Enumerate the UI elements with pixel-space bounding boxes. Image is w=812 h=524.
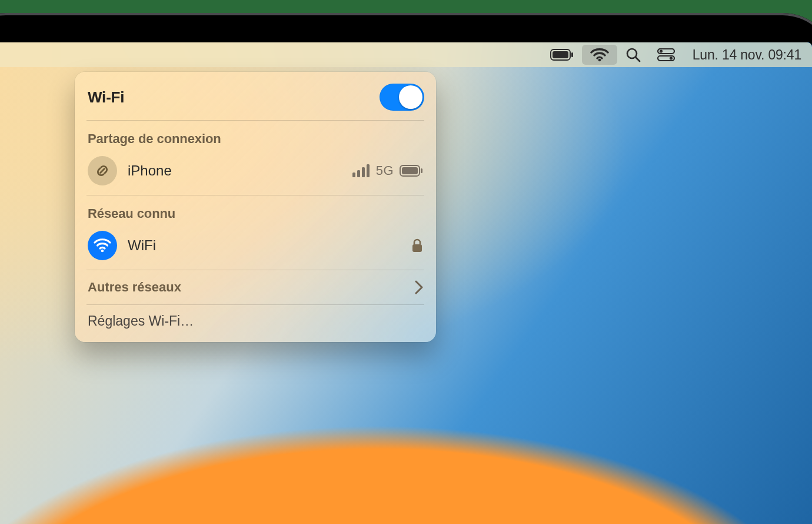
search-icon xyxy=(625,47,641,62)
control-center-icon xyxy=(657,48,675,61)
known-network-section-label: Réseau connu xyxy=(75,195,436,226)
wifi-settings-row[interactable]: Réglages Wi-Fi… xyxy=(75,305,436,337)
hotspot-meta: 5G xyxy=(352,163,423,178)
hotspot-row[interactable]: iPhone 5G xyxy=(75,151,436,195)
screen: Lun. 14 nov. 09:41 Wi-Fi Partage de conn… xyxy=(0,42,812,524)
wifi-settings-label: Réglages Wi-Fi… xyxy=(88,313,194,329)
svg-rect-18 xyxy=(412,244,422,252)
cellular-signal-icon xyxy=(352,164,370,177)
known-network-name: WiFi xyxy=(128,237,401,254)
control-center-menubar-item[interactable] xyxy=(649,42,683,67)
svg-rect-13 xyxy=(367,164,370,177)
svg-rect-11 xyxy=(357,170,360,177)
known-network-row[interactable]: WiFi xyxy=(75,226,436,270)
cellular-mode: 5G xyxy=(376,163,394,178)
menubar: Lun. 14 nov. 09:41 xyxy=(0,42,812,67)
wifi-connected-icon xyxy=(88,231,117,260)
battery-menubar-item[interactable] xyxy=(542,42,582,67)
wifi-icon xyxy=(590,48,609,62)
toggle-knob xyxy=(399,85,422,109)
chevron-right-icon xyxy=(415,280,423,294)
laptop-frame: Lun. 14 nov. 09:41 Wi-Fi Partage de conn… xyxy=(0,13,812,524)
wifi-popover: Wi-Fi Partage de connexion iPhone xyxy=(75,72,436,342)
menubar-clock[interactable]: Lun. 14 nov. 09:41 xyxy=(683,47,801,63)
svg-rect-1 xyxy=(553,51,568,58)
wifi-title: Wi-Fi xyxy=(88,88,124,107)
svg-rect-12 xyxy=(362,167,365,177)
other-networks-label: Autres réseaux xyxy=(88,280,181,295)
wifi-toggle[interactable] xyxy=(380,84,424,111)
hotspot-link-icon xyxy=(88,156,117,185)
svg-point-17 xyxy=(101,250,104,253)
hotspot-name: iPhone xyxy=(128,162,342,179)
svg-point-3 xyxy=(598,59,601,62)
svg-rect-16 xyxy=(421,168,422,173)
battery-icon xyxy=(550,49,574,61)
svg-point-9 xyxy=(670,57,673,59)
svg-line-5 xyxy=(635,57,640,61)
hotspot-section-label: Partage de connexion xyxy=(75,121,436,151)
svg-rect-15 xyxy=(402,167,418,174)
lock-icon xyxy=(411,238,423,253)
other-networks-row[interactable]: Autres réseaux xyxy=(75,270,436,304)
spotlight-menubar-item[interactable] xyxy=(617,42,649,67)
wifi-menubar-item[interactable] xyxy=(582,45,617,65)
svg-point-7 xyxy=(660,49,663,52)
svg-rect-10 xyxy=(352,173,355,177)
svg-rect-2 xyxy=(571,52,573,57)
hotspot-battery-icon xyxy=(400,165,423,177)
